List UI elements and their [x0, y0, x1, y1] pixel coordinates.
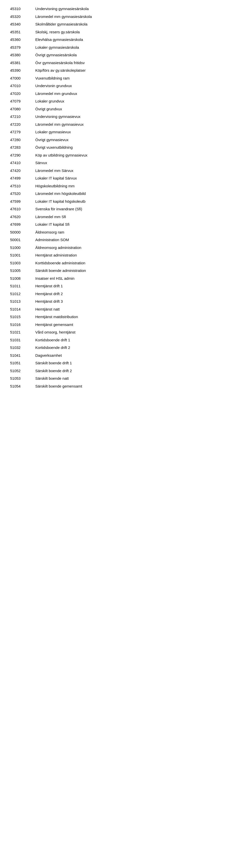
table-row: 45320Läromedel mm gymnasiesärskola	[10, 13, 232, 21]
row-code: 51012	[10, 291, 35, 297]
row-code: 47599	[10, 199, 35, 205]
row-label: Särskilt boende drift 2	[35, 368, 232, 374]
row-label: Hemtjänst gemensamt	[35, 322, 232, 328]
row-code: 51015	[10, 314, 35, 320]
row-code: 51000	[10, 245, 35, 251]
table-row: 51051Särskilt boende drift 1	[10, 359, 232, 367]
row-code: 47290	[10, 153, 35, 158]
row-label: Kortidsboende drift 2	[35, 345, 232, 351]
row-label: Köp/förs av gy.särskoleplatser	[35, 68, 232, 73]
row-label: Undervisning gymnasiesärskola	[35, 6, 232, 12]
table-row: 45379Lokaler gymnasiesärskola	[10, 44, 232, 52]
row-label: Särskilt boende drift 1	[35, 360, 232, 366]
row-code: 51016	[10, 322, 35, 328]
row-code: 47000	[10, 75, 35, 81]
row-label: Lokaler IT kapital Sfi	[35, 222, 232, 227]
row-label: Äldreomsorg administration	[35, 245, 232, 251]
row-label: Lokaler gymnasievux	[35, 129, 232, 135]
row-code: 50000	[10, 229, 35, 235]
table-row: 47000Vuxenutbildning ram	[10, 74, 232, 82]
row-code: 47210	[10, 114, 35, 120]
table-row: 45380Övrigt gymnasiesärskola	[10, 51, 232, 59]
row-code: 45379	[10, 45, 35, 51]
row-label: Lokaler IT kapital Särvux	[35, 176, 232, 181]
table-row: 51031Kortidsboende drift 1	[10, 336, 232, 344]
row-code: 47079	[10, 98, 35, 104]
main-container: 45310Undervisning gymnasiesärskola45320L…	[0, 0, 242, 395]
row-code: 47279	[10, 129, 35, 135]
row-code: 51014	[10, 307, 35, 312]
row-label: Läromedel mm grundvux	[35, 91, 232, 97]
row-code: 50001	[10, 237, 35, 243]
row-code: 51051	[10, 360, 35, 366]
table-row: 50001Administration SOM	[10, 236, 232, 244]
row-label: Hemtjänst natt	[35, 307, 232, 312]
row-code: 45340	[10, 22, 35, 27]
table-row: 47080Övrigt grundvux	[10, 105, 232, 113]
table-row: 51016Hemtjänst gemensamt	[10, 321, 232, 329]
row-code: 45310	[10, 6, 35, 12]
row-label: Undervisning gymnasievux	[35, 114, 232, 120]
table-row: 47079Lokaler grundvux	[10, 97, 232, 105]
row-code: 47410	[10, 160, 35, 166]
table-row: 51005Särskilt boende administration	[10, 267, 232, 275]
row-code: 51008	[10, 276, 35, 281]
table-row: 47620Läromedel mm Sfi	[10, 213, 232, 221]
row-label: Övrigt gymnasievux	[35, 137, 232, 143]
row-label: Särskilt boende natt	[35, 376, 232, 381]
table-row: 51000Äldreomsorg administration	[10, 244, 232, 252]
row-label: Läromedel mm Särvux	[35, 168, 232, 174]
table-row: 47520Läromedel mm högskoleutbild	[10, 190, 232, 198]
row-code: 45320	[10, 14, 35, 20]
table-row: 47290Köp av utbildning gymnasievux	[10, 152, 232, 159]
table-row: 47499Lokaler IT kapital Särvux	[10, 175, 232, 182]
row-label: Särskilt boende administration	[35, 268, 232, 274]
table-row: 45360Elevhälsa gymnasiesärskola	[10, 36, 232, 44]
table-row: 47220Läromedel mm gymnasievux	[10, 121, 232, 128]
table-row: 47280Övrigt gymnasievux	[10, 136, 232, 144]
row-label: Kortidsboende drift 1	[35, 337, 232, 343]
row-label: Skolskj, resers gy.särskola	[35, 29, 232, 35]
table-row: 45390Köp/förs av gy.särskoleplatser	[10, 67, 232, 74]
row-code: 51001	[10, 252, 35, 258]
row-label: Vård omsorg, hemtjänst	[35, 330, 232, 335]
row-label: Lokaler IT kapital högskoleutb	[35, 199, 232, 205]
table-row: 47010Undervisnin grundvux	[10, 82, 232, 90]
row-code: 51041	[10, 353, 35, 359]
table-row: 51032Kortidsboende drift 2	[10, 344, 232, 352]
table-row: 51053Särskilt boende natt	[10, 375, 232, 382]
table-row: 51008Insatser enl HSL admin	[10, 275, 232, 282]
table-row: 47510Högskoleutbildning mm	[10, 182, 232, 190]
row-code: 47520	[10, 191, 35, 197]
row-code: 51052	[10, 368, 35, 374]
table-row: 47279Lokaler gymnasievux	[10, 128, 232, 136]
row-label: Dagverksamhet	[35, 353, 232, 359]
row-code: 47499	[10, 176, 35, 181]
table-row: 51015Hemtjänst matdistribution	[10, 313, 232, 321]
row-label: Lokaler grundvux	[35, 98, 232, 104]
row-label: Läromedel mm gymnasiesärskola	[35, 14, 232, 20]
row-code: 51021	[10, 330, 35, 335]
row-code: 51054	[10, 383, 35, 389]
row-label: Hemtjänst administration	[35, 252, 232, 258]
table-row: 51003Korttidsboende administration	[10, 259, 232, 267]
table-row: 45381Övr gymnasiesärskola fritidsv	[10, 59, 232, 67]
row-code: 51053	[10, 376, 35, 381]
row-label: Skolmåltider gymnasiesärskola	[35, 22, 232, 27]
table-row: 47020Läromedel mm grundvux	[10, 90, 232, 98]
row-code: 45390	[10, 68, 35, 73]
row-code: 47510	[10, 183, 35, 189]
table-row: 50000Äldreomsorg ram	[10, 228, 232, 236]
row-code: 47080	[10, 106, 35, 112]
table-row: 51054Särskilt boende gemensamt	[10, 382, 232, 390]
table-row: 47699Lokaler IT kapital Sfi	[10, 221, 232, 228]
table-row: 47283Övrigt vuxenutbildning	[10, 144, 232, 152]
row-label: Övrigt gymnasiesärskola	[35, 52, 232, 58]
table-row: 51014Hemtjänst natt	[10, 306, 232, 313]
row-label: Undervisnin grundvux	[35, 83, 232, 89]
row-label: Elevhälsa gymnasiesärskola	[35, 37, 232, 43]
table-row: 51013Hemtjänst drift 3	[10, 298, 232, 306]
row-label: Köp av utbildning gymnasievux	[35, 153, 232, 158]
table-row: 47599Lokaler IT kapital högskoleutb	[10, 198, 232, 206]
row-code: 47020	[10, 91, 35, 97]
